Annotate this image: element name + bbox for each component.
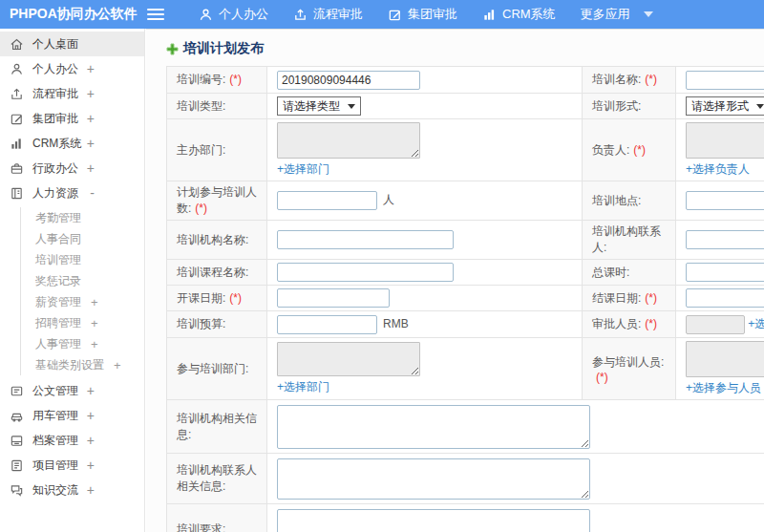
leader-textarea[interactable] — [686, 122, 764, 159]
org-name-label: 培训机构名称: — [167, 221, 267, 260]
sidebar-subitem-rewards[interactable]: 奖惩记录 — [21, 270, 144, 291]
sidebar-item-workflow-approval[interactable]: 流程审批 + — [0, 81, 144, 106]
location-label: 培训地点: — [583, 181, 676, 221]
join-dept-label: 参与培训部门: — [167, 338, 267, 400]
join-staff-label: 参与培训人员:(*) — [583, 338, 676, 400]
user-icon — [199, 8, 213, 22]
sidebar-item-crm-system[interactable]: CRM系统 + — [0, 131, 144, 156]
requirement-textarea[interactable] — [277, 509, 590, 532]
training-no-input[interactable] — [277, 71, 420, 90]
page-title: 培训计划发布 — [166, 40, 764, 57]
course-name-input[interactable] — [277, 263, 454, 282]
end-date-label: 结课日期:(*) — [583, 286, 676, 311]
sidebar-subitem-attendance[interactable]: 考勤管理 — [21, 207, 144, 228]
budget-label: 培训预算: — [167, 311, 267, 338]
org-contact-label: 培训机构联系人: — [583, 221, 676, 260]
location-input[interactable] — [686, 191, 764, 210]
sidebar-item-knowledge[interactable]: 知识交流 + — [0, 478, 144, 502]
menu-icon[interactable] — [147, 9, 164, 20]
select-arrow-icon — [756, 104, 764, 109]
nav-workflow-approval[interactable]: 流程审批 — [293, 6, 363, 23]
training-form-select[interactable]: 请选择形式 — [686, 96, 764, 116]
sidebar-subitem-hr-contract[interactable]: 人事合同 — [21, 228, 144, 249]
start-date-label: 开课日期:(*) — [167, 286, 267, 311]
end-date-input[interactable] — [686, 288, 764, 308]
org-info-textarea[interactable] — [277, 405, 590, 449]
sidebar-item-group-approval[interactable]: 集团审批 + — [0, 106, 144, 131]
training-name-label: 培训名称:(*) — [583, 67, 676, 94]
sidebar-item-admin-office[interactable]: 行政办公 + — [0, 156, 144, 181]
sidebar-item-vehicle[interactable]: 用车管理 + — [0, 403, 144, 428]
select-dept-link[interactable]: +选择部门 — [277, 161, 329, 178]
plan-count-label: 计划参与培训人数:(*) — [167, 181, 267, 221]
app-logo: PHPOA协同办公软件 — [0, 6, 141, 23]
training-form-label: 培训形式: — [583, 94, 676, 119]
leader-label: 负责人:(*) — [583, 119, 676, 181]
approver-input[interactable] — [686, 315, 745, 334]
chart-icon — [482, 8, 497, 22]
sidebar: 个人桌面 个人办公 + 流程审批 + 集团审批 + CRM系统 + 行政办公 + — [0, 29, 145, 532]
car-icon — [10, 409, 24, 423]
course-name-label: 培训课程名称: — [167, 260, 267, 286]
requirement-label: 培训要求: — [167, 504, 267, 532]
sidebar-item-official-docs[interactable]: 公文管理 + — [0, 378, 144, 403]
sidebar-subitem-base-category[interactable]: 基础类别设置+ — [21, 354, 144, 375]
host-dept-label: 主办部门: — [167, 119, 267, 181]
plan-count-input[interactable] — [277, 191, 377, 210]
join-staff-textarea[interactable] — [686, 341, 764, 377]
host-dept-textarea[interactable] — [277, 122, 420, 159]
sidebar-item-personal-desktop[interactable]: 个人桌面 — [0, 32, 144, 56]
org-info-label: 培训机构相关信息: — [167, 400, 267, 454]
sidebar-subitem-salary[interactable]: 薪资管理+ — [21, 291, 144, 312]
hr-submenu: 考勤管理 人事合同 培训管理 奖惩记录 薪资管理+ 招聘管理+ 人事管理+ 基础… — [20, 207, 144, 375]
sidebar-item-human-resources[interactable]: 人力资源 - — [0, 181, 144, 205]
training-no-label: 培训编号:(*) — [167, 67, 267, 94]
select-join-staff-link[interactable]: +选择参与人员 — [686, 380, 761, 396]
training-type-select[interactable]: 请选择类型 — [277, 96, 361, 116]
select-join-dept-link[interactable]: +选择部门 — [277, 379, 329, 395]
training-type-label: 培训类型: — [167, 94, 267, 119]
sidebar-subitem-recruitment[interactable]: 招聘管理+ — [21, 312, 144, 333]
nav-crm-system[interactable]: CRM系统 — [482, 6, 556, 23]
document-icon — [10, 384, 24, 398]
upload-icon — [10, 87, 24, 101]
org-contact-input[interactable] — [686, 230, 764, 249]
select-leader-link[interactable]: +选择负责人 — [686, 161, 750, 178]
budget-input[interactable] — [277, 315, 377, 334]
nav-more-apps[interactable]: 更多应用 — [581, 6, 653, 23]
briefcase-icon — [10, 161, 24, 176]
sidebar-subitem-training[interactable]: 培训管理 — [21, 249, 144, 270]
caret-down-icon — [644, 11, 653, 17]
chart-icon — [10, 137, 24, 151]
archive-icon — [10, 434, 24, 448]
book-icon — [10, 186, 24, 201]
join-dept-textarea[interactable] — [277, 342, 420, 376]
org-contact-info-label: 培训机构联系人相关信息: — [167, 454, 267, 504]
select-approver-link[interactable]: +选择审批人员 — [748, 317, 764, 330]
home-icon — [10, 37, 24, 52]
sidebar-item-archives[interactable]: 档案管理 + — [0, 428, 144, 453]
plan-count-unit: 人 — [383, 193, 394, 206]
edit-icon — [388, 8, 402, 22]
start-date-input[interactable] — [277, 288, 390, 308]
select-arrow-icon — [348, 104, 355, 109]
org-name-input[interactable] — [277, 230, 454, 249]
edit-icon — [10, 112, 24, 126]
sidebar-subitem-personnel[interactable]: 人事管理+ — [21, 333, 144, 354]
top-bar: PHPOA协同办公软件 个人办公 流程审批 集团审批 CRM系统 更多应用 — [0, 0, 764, 29]
user-icon — [10, 62, 24, 76]
nav-group-approval[interactable]: 集团审批 — [388, 6, 457, 23]
total-hours-input[interactable] — [686, 263, 764, 282]
chat-icon — [10, 483, 24, 498]
clipboard-icon — [10, 458, 24, 473]
approver-label: 审批人员:(*) — [583, 311, 676, 338]
sidebar-item-projects[interactable]: 项目管理 + — [0, 453, 144, 478]
total-hours-label: 总课时: — [583, 260, 676, 286]
budget-unit: RMB — [383, 317, 409, 330]
main-content: 培训计划发布 培训编号:(*) 培训名称:(*) 培训类型: 请选择类型 培训形… — [146, 29, 764, 532]
training-name-input[interactable] — [686, 71, 764, 90]
org-contact-info-textarea[interactable] — [277, 458, 590, 500]
upload-icon — [293, 8, 308, 22]
sidebar-item-personal-office[interactable]: 个人办公 + — [0, 56, 144, 81]
nav-personal-office[interactable]: 个人办公 — [199, 6, 268, 23]
